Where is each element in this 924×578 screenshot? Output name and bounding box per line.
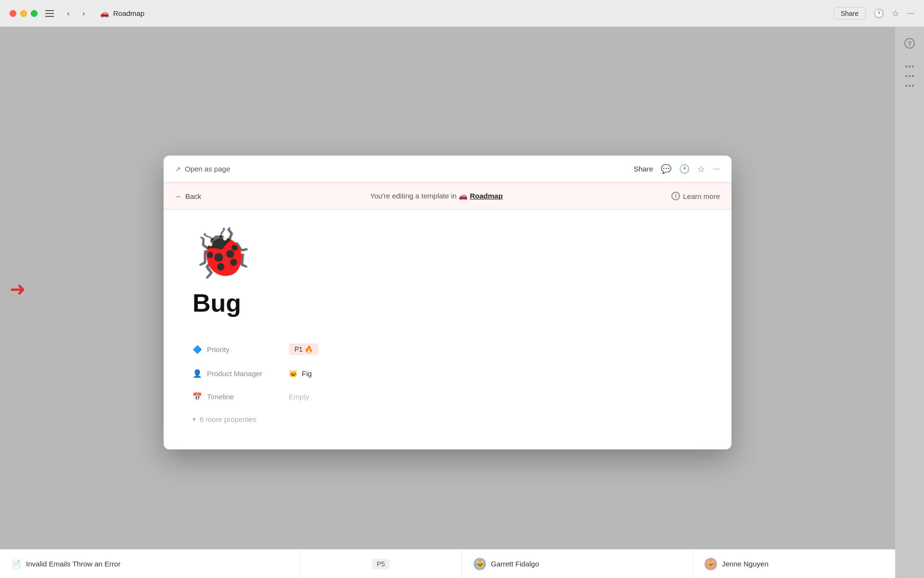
modal-star-icon[interactable]: ☆ <box>697 164 705 174</box>
property-row-priority: 🔷 Priority P1 🔥 <box>192 337 703 362</box>
share-button[interactable]: Share <box>834 7 866 20</box>
modal-content: 🐞 Bug 🔷 Priority P1 🔥 👤 <box>164 210 732 449</box>
product-manager-value[interactable]: 🐱 Fig <box>289 369 312 378</box>
open-as-page-label: Open as page <box>185 165 230 173</box>
star-icon[interactable]: ☆ <box>892 8 899 19</box>
back-button[interactable]: ← Back <box>175 192 201 200</box>
close-button[interactable] <box>10 10 16 17</box>
calendar-icon: 📅 <box>192 392 202 401</box>
person-icon: 👤 <box>192 369 202 378</box>
priority-label-text: Priority <box>207 345 230 354</box>
modal-topbar: ↗ Open as page Share 💬 🕐 ☆ ··· <box>164 156 732 183</box>
modal-dialog: ↗ Open as page Share 💬 🕐 ☆ ··· ← Back Yo… <box>164 156 732 449</box>
product-manager-emoji: 🐱 <box>289 369 298 378</box>
page-cover-icon: 🐞 <box>192 229 703 277</box>
more-properties-label: 6 more properties <box>200 415 257 423</box>
forward-nav-button[interactable]: › <box>77 7 90 20</box>
more-options-icon[interactable]: ··· <box>907 8 914 18</box>
more-properties-button[interactable]: ▾ 6 more properties <box>192 408 703 430</box>
properties-list: 🔷 Priority P1 🔥 👤 Product Manager 🐱 <box>192 337 703 430</box>
modal-overlay: ↗ Open as page Share 💬 🕐 ☆ ··· ← Back Yo… <box>0 27 895 578</box>
modal-topbar-right: Share 💬 🕐 ☆ ··· <box>634 164 720 174</box>
back-nav-button[interactable]: ‹ <box>62 7 75 20</box>
right-sidebar: ? <box>895 27 924 578</box>
template-editing-banner: ← Back You're editing a template in 🚗 Ro… <box>164 183 732 210</box>
learn-more-button[interactable]: i Learn more <box>671 192 720 200</box>
priority-label: 🔷 Priority <box>192 345 289 354</box>
sidebar-dots-row-3 <box>905 85 914 87</box>
priority-value[interactable]: P1 🔥 <box>289 343 319 355</box>
back-label: Back <box>185 192 201 200</box>
help-button[interactable]: ? <box>901 35 918 52</box>
back-arrow-icon: ← <box>175 192 182 200</box>
timeline-value[interactable]: Empty <box>289 393 309 401</box>
product-manager-label: 👤 Product Manager <box>192 369 289 378</box>
left-arrow-indicator: ➜ <box>10 278 26 300</box>
chevron-down-icon: ▾ <box>192 416 196 423</box>
traffic-lights <box>10 10 38 17</box>
window-title-area: 🚗 Roadmap <box>100 9 144 18</box>
titlebar-actions: Share 🕐 ☆ ··· <box>834 7 914 20</box>
sidebar-dots-row-2 <box>905 75 914 77</box>
priority-badge: P1 🔥 <box>289 343 319 355</box>
title-bar: ‹ › 🚗 Roadmap Share 🕐 ☆ ··· <box>0 0 924 27</box>
help-icon: ? <box>904 38 915 49</box>
nav-buttons: ‹ › <box>62 7 90 20</box>
property-row-timeline: 📅 Timeline Empty <box>192 385 703 408</box>
modal-comment-icon[interactable]: 💬 <box>661 164 671 174</box>
priority-icon: 🔷 <box>192 345 202 354</box>
product-manager-label-text: Product Manager <box>207 369 262 378</box>
timeline-label: 📅 Timeline <box>192 392 289 401</box>
banner-message: You're editing a template in 🚗 Roadmap <box>201 192 671 200</box>
modal-more-icon[interactable]: ··· <box>713 164 720 174</box>
hamburger-menu[interactable] <box>45 8 56 19</box>
info-icon: i <box>671 192 680 200</box>
timeline-empty: Empty <box>289 393 309 401</box>
open-as-page-button[interactable]: ↗ Open as page <box>175 165 230 173</box>
product-manager-name: Fig <box>302 369 312 378</box>
modal-history-icon[interactable]: 🕐 <box>679 164 690 174</box>
sidebar-dots-row-1 <box>905 66 914 67</box>
property-row-product-manager: 👤 Product Manager 🐱 Fig <box>192 362 703 385</box>
minimize-button[interactable] <box>20 10 27 17</box>
fullscreen-button[interactable] <box>31 10 38 17</box>
modal-share-button[interactable]: Share <box>634 165 653 173</box>
learn-more-label: Learn more <box>683 192 720 200</box>
timeline-label-text: Timeline <box>207 393 234 401</box>
banner-db-emoji: 🚗 <box>459 192 470 200</box>
window-title-text: Roadmap <box>113 9 144 17</box>
window-title-emoji: 🚗 <box>100 9 109 18</box>
history-icon[interactable]: 🕐 <box>873 8 884 19</box>
banner-prefix: You're editing a template in <box>370 192 457 200</box>
page-title: Bug <box>192 289 703 317</box>
banner-db-name: Roadmap <box>470 192 502 200</box>
open-as-page-icon: ↗ <box>175 165 181 173</box>
